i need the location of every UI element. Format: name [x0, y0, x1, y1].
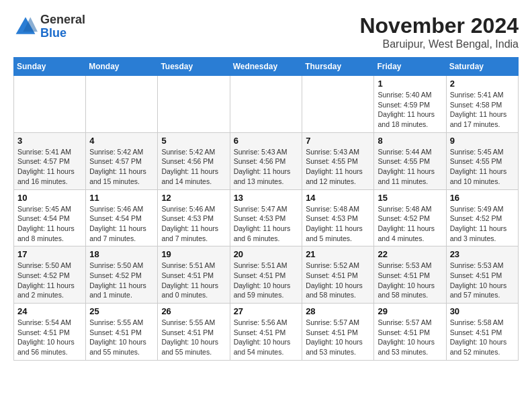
location: Baruipur, West Bengal, India [359, 38, 519, 50]
weekday-header: Monday [86, 58, 158, 76]
day-number: 30 [450, 306, 515, 316]
day-number: 10 [17, 193, 82, 203]
day-info: Sunrise: 5:57 AM Sunset: 4:51 PM Dayligh… [378, 318, 442, 357]
month-title: November 2024 [359, 13, 519, 38]
day-number: 19 [161, 249, 226, 259]
calendar-cell: 21Sunrise: 5:52 AM Sunset: 4:51 PM Dayli… [302, 246, 374, 304]
calendar-cell: 27Sunrise: 5:56 AM Sunset: 4:51 PM Dayli… [230, 304, 302, 361]
day-number: 5 [161, 136, 226, 146]
weekday-header: Friday [374, 58, 446, 76]
day-number: 7 [306, 136, 370, 146]
calendar-cell: 4Sunrise: 5:42 AM Sunset: 4:57 PM Daylig… [86, 132, 158, 189]
calendar-cell: 14Sunrise: 5:48 AM Sunset: 4:53 PM Dayli… [302, 189, 374, 246]
calendar-cell: 19Sunrise: 5:51 AM Sunset: 4:51 PM Dayli… [158, 246, 230, 304]
day-info: Sunrise: 5:53 AM Sunset: 4:51 PM Dayligh… [450, 261, 515, 300]
day-info: Sunrise: 5:42 AM Sunset: 4:56 PM Dayligh… [161, 147, 226, 187]
day-info: Sunrise: 5:57 AM Sunset: 4:51 PM Dayligh… [306, 318, 370, 357]
day-info: Sunrise: 5:48 AM Sunset: 4:52 PM Dayligh… [378, 204, 442, 244]
calendar-cell: 8Sunrise: 5:44 AM Sunset: 4:55 PM Daylig… [374, 132, 446, 189]
day-number: 18 [89, 249, 154, 259]
calendar-cell: 17Sunrise: 5:50 AM Sunset: 4:52 PM Dayli… [14, 246, 86, 304]
calendar-cell: 10Sunrise: 5:45 AM Sunset: 4:54 PM Dayli… [14, 189, 86, 246]
calendar-cell: 22Sunrise: 5:53 AM Sunset: 4:51 PM Dayli… [374, 246, 446, 304]
calendar-cell: 24Sunrise: 5:54 AM Sunset: 4:51 PM Dayli… [14, 304, 86, 361]
calendar-cell [302, 76, 374, 133]
day-number: 11 [89, 193, 154, 203]
calendar-cell: 28Sunrise: 5:57 AM Sunset: 4:51 PM Dayli… [302, 304, 374, 361]
calendar-cell: 5Sunrise: 5:42 AM Sunset: 4:56 PM Daylig… [158, 132, 230, 189]
day-number: 26 [161, 306, 226, 316]
day-number: 1 [378, 79, 442, 89]
calendar-cell: 29Sunrise: 5:57 AM Sunset: 4:51 PM Dayli… [374, 304, 446, 361]
day-number: 15 [378, 193, 442, 203]
day-info: Sunrise: 5:50 AM Sunset: 4:52 PM Dayligh… [89, 261, 154, 300]
logo: General Blue [13, 13, 85, 40]
calendar-cell: 3Sunrise: 5:41 AM Sunset: 4:57 PM Daylig… [14, 132, 86, 189]
weekday-header: Tuesday [158, 58, 230, 76]
calendar-cell: 1Sunrise: 5:40 AM Sunset: 4:59 PM Daylig… [374, 76, 446, 133]
day-info: Sunrise: 5:51 AM Sunset: 4:51 PM Dayligh… [161, 261, 226, 300]
calendar-cell: 18Sunrise: 5:50 AM Sunset: 4:52 PM Dayli… [86, 246, 158, 304]
day-info: Sunrise: 5:50 AM Sunset: 4:52 PM Dayligh… [17, 261, 82, 300]
day-number: 14 [306, 193, 370, 203]
calendar-cell: 16Sunrise: 5:49 AM Sunset: 4:52 PM Dayli… [446, 189, 518, 246]
calendar-cell: 13Sunrise: 5:47 AM Sunset: 4:53 PM Dayli… [230, 189, 302, 246]
day-number: 21 [306, 249, 370, 259]
day-info: Sunrise: 5:47 AM Sunset: 4:53 PM Dayligh… [234, 204, 299, 244]
weekday-header-row: SundayMondayTuesdayWednesdayThursdayFrid… [14, 58, 519, 76]
calendar-cell: 7Sunrise: 5:43 AM Sunset: 4:55 PM Daylig… [302, 132, 374, 189]
calendar-cell: 25Sunrise: 5:55 AM Sunset: 4:51 PM Dayli… [86, 304, 158, 361]
day-number: 12 [161, 193, 226, 203]
day-info: Sunrise: 5:41 AM Sunset: 4:57 PM Dayligh… [17, 147, 82, 187]
day-info: Sunrise: 5:42 AM Sunset: 4:57 PM Dayligh… [89, 147, 154, 187]
day-info: Sunrise: 5:46 AM Sunset: 4:54 PM Dayligh… [89, 204, 154, 244]
day-info: Sunrise: 5:56 AM Sunset: 4:51 PM Dayligh… [234, 318, 299, 357]
day-info: Sunrise: 5:51 AM Sunset: 4:51 PM Dayligh… [234, 261, 299, 300]
weekday-header: Sunday [14, 58, 86, 76]
calendar-cell [14, 76, 86, 133]
day-number: 9 [450, 136, 515, 146]
calendar-cell: 11Sunrise: 5:46 AM Sunset: 4:54 PM Dayli… [86, 189, 158, 246]
calendar-week-row: 1Sunrise: 5:40 AM Sunset: 4:59 PM Daylig… [14, 76, 519, 133]
day-number: 20 [234, 249, 299, 259]
calendar-cell: 6Sunrise: 5:43 AM Sunset: 4:56 PM Daylig… [230, 132, 302, 189]
calendar-cell: 20Sunrise: 5:51 AM Sunset: 4:51 PM Dayli… [230, 246, 302, 304]
day-info: Sunrise: 5:52 AM Sunset: 4:51 PM Dayligh… [306, 261, 370, 300]
day-number: 27 [234, 306, 299, 316]
title-area: November 2024 Baruipur, West Bengal, Ind… [359, 13, 519, 50]
day-number: 13 [234, 193, 299, 203]
calendar-cell [230, 76, 302, 133]
weekday-header: Saturday [446, 58, 518, 76]
day-info: Sunrise: 5:44 AM Sunset: 4:55 PM Dayligh… [378, 147, 442, 187]
day-info: Sunrise: 5:48 AM Sunset: 4:53 PM Dayligh… [306, 204, 370, 244]
day-info: Sunrise: 5:49 AM Sunset: 4:52 PM Dayligh… [450, 204, 515, 244]
day-info: Sunrise: 5:43 AM Sunset: 4:56 PM Dayligh… [234, 147, 299, 187]
day-info: Sunrise: 5:55 AM Sunset: 4:51 PM Dayligh… [89, 318, 154, 357]
logo-icon [13, 15, 38, 39]
calendar-cell: 15Sunrise: 5:48 AM Sunset: 4:52 PM Dayli… [374, 189, 446, 246]
day-info: Sunrise: 5:53 AM Sunset: 4:51 PM Dayligh… [378, 261, 442, 300]
day-number: 16 [450, 193, 515, 203]
day-number: 25 [89, 306, 154, 316]
calendar-cell: 30Sunrise: 5:58 AM Sunset: 4:51 PM Dayli… [446, 304, 518, 361]
calendar-week-row: 10Sunrise: 5:45 AM Sunset: 4:54 PM Dayli… [14, 189, 519, 246]
day-info: Sunrise: 5:40 AM Sunset: 4:59 PM Dayligh… [378, 90, 442, 130]
calendar-cell [158, 76, 230, 133]
day-number: 23 [450, 249, 515, 259]
day-info: Sunrise: 5:58 AM Sunset: 4:51 PM Dayligh… [450, 318, 515, 357]
calendar-table: SundayMondayTuesdayWednesdayThursdayFrid… [13, 57, 519, 361]
day-number: 28 [306, 306, 370, 316]
day-number: 29 [378, 306, 442, 316]
calendar-cell: 9Sunrise: 5:45 AM Sunset: 4:55 PM Daylig… [446, 132, 518, 189]
day-number: 24 [17, 306, 82, 316]
day-number: 3 [17, 136, 82, 146]
calendar-cell [86, 76, 158, 133]
day-info: Sunrise: 5:45 AM Sunset: 4:55 PM Dayligh… [450, 147, 515, 187]
calendar-week-row: 3Sunrise: 5:41 AM Sunset: 4:57 PM Daylig… [14, 132, 519, 189]
calendar-cell: 12Sunrise: 5:46 AM Sunset: 4:53 PM Dayli… [158, 189, 230, 246]
day-info: Sunrise: 5:43 AM Sunset: 4:55 PM Dayligh… [306, 147, 370, 187]
calendar-week-row: 17Sunrise: 5:50 AM Sunset: 4:52 PM Dayli… [14, 246, 519, 304]
day-info: Sunrise: 5:55 AM Sunset: 4:51 PM Dayligh… [161, 318, 226, 357]
calendar-cell: 23Sunrise: 5:53 AM Sunset: 4:51 PM Dayli… [446, 246, 518, 304]
day-number: 22 [378, 249, 442, 259]
